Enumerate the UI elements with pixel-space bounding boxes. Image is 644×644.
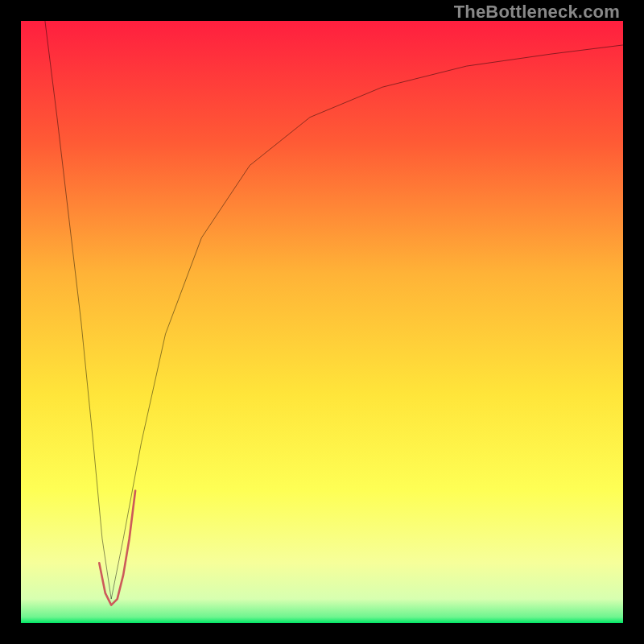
- curve-right-branch: [111, 45, 623, 599]
- curve-layer: [21, 21, 623, 623]
- curve-left-branch: [45, 21, 111, 599]
- plot-area: [21, 21, 623, 623]
- watermark-text: TheBottleneck.com: [454, 2, 620, 23]
- highlight-j-stroke: [99, 490, 135, 605]
- outer-frame: TheBottleneck.com: [0, 0, 644, 644]
